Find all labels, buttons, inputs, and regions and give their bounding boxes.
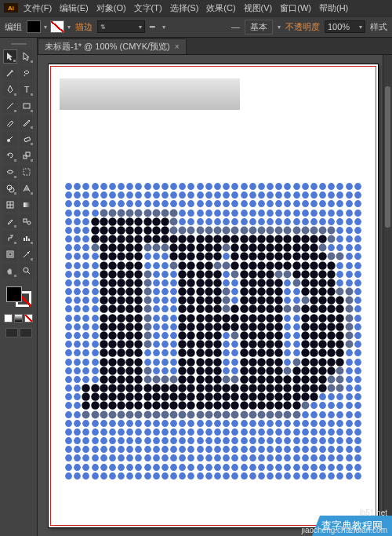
svg-point-15 bbox=[27, 221, 31, 224]
rotate-tool[interactable] bbox=[3, 148, 17, 162]
brush-definition-icon[interactable]: ━ bbox=[150, 22, 158, 32]
pencil-tool[interactable] bbox=[20, 115, 34, 129]
menu-select[interactable]: 选择(S) bbox=[167, 1, 202, 16]
style-label: 样式 bbox=[370, 21, 387, 33]
paintbrush-tool[interactable] bbox=[3, 115, 17, 129]
pen-tool[interactable] bbox=[3, 82, 17, 97]
shape-builder-tool[interactable] bbox=[3, 181, 17, 195]
color-mode-solid[interactable] bbox=[4, 314, 13, 323]
brush-dropdown-icon[interactable]: ▾ bbox=[162, 24, 165, 31]
svg-text:T: T bbox=[24, 85, 30, 94]
watermark-sub: jiaocheng.chazidian.com bbox=[301, 526, 387, 534]
scrollbar-thumb[interactable] bbox=[385, 86, 390, 228]
svg-point-10 bbox=[7, 185, 12, 190]
stroke-weight-input[interactable]: ⇅ ▾ bbox=[97, 20, 145, 33]
screen-mode-normal[interactable] bbox=[5, 328, 18, 337]
stroke-swatch[interactable] bbox=[50, 20, 64, 33]
column-graph-tool[interactable] bbox=[20, 231, 34, 245]
document-tab-title: 未标题-1* @ 100% (CMYK/预览) bbox=[45, 41, 170, 53]
document-area: 未标题-1* @ 100% (CMYK/预览) × bbox=[38, 38, 392, 536]
fill-color-box[interactable] bbox=[6, 286, 22, 302]
svg-rect-6 bbox=[24, 137, 31, 142]
type-tool[interactable]: T bbox=[20, 82, 34, 97]
svg-text:Ai: Ai bbox=[8, 5, 14, 12]
watermark: jb51.net 查字典教程网 jiaocheng.chazidian.com bbox=[312, 514, 392, 536]
stroke-link-label[interactable]: 描边 bbox=[75, 21, 93, 33]
fill-stroke-swatches: ▾ ▾ bbox=[27, 20, 71, 33]
stroke-dropdown-icon[interactable]: ▾ bbox=[67, 24, 71, 31]
selection-mode-label: 编组 bbox=[5, 21, 22, 33]
blurred-placeholder bbox=[60, 78, 240, 110]
menu-effect[interactable]: 效果(C) bbox=[203, 1, 238, 16]
opacity-link-label[interactable]: 不透明度 bbox=[285, 21, 320, 33]
hand-tool[interactable] bbox=[3, 264, 17, 278]
style-dropdown-icon[interactable]: ▾ bbox=[278, 24, 281, 31]
svg-rect-17 bbox=[26, 236, 27, 241]
document-tab-bar: 未标题-1* @ 100% (CMYK/预览) × bbox=[38, 38, 392, 55]
fill-stroke-indicator[interactable] bbox=[5, 285, 33, 308]
perspective-grid-tool[interactable] bbox=[20, 181, 34, 195]
color-mode-none[interactable] bbox=[24, 314, 33, 323]
menu-object[interactable]: 对象(O) bbox=[93, 1, 129, 16]
svg-point-21 bbox=[24, 268, 28, 272]
selection-tool[interactable] bbox=[3, 49, 17, 64]
blob-brush-tool[interactable] bbox=[3, 132, 17, 146]
artboard-tool[interactable] bbox=[3, 247, 17, 261]
direct-selection-tool[interactable] bbox=[20, 49, 34, 64]
menu-edit[interactable]: 编辑(E) bbox=[56, 1, 92, 16]
stroke-weight-field[interactable] bbox=[107, 22, 137, 31]
document-tab[interactable]: 未标题-1* @ 100% (CMYK/预览) × bbox=[38, 38, 187, 54]
led-dot-artwork[interactable] bbox=[64, 182, 362, 480]
color-mode-gradient[interactable] bbox=[14, 314, 23, 323]
vertical-scrollbar[interactable] bbox=[383, 55, 392, 527]
fill-dropdown-icon[interactable]: ▾ bbox=[44, 24, 47, 31]
width-tool[interactable] bbox=[3, 165, 17, 179]
menu-file[interactable]: 文件(F) bbox=[20, 1, 55, 16]
slice-tool[interactable] bbox=[20, 247, 34, 261]
lasso-tool[interactable] bbox=[20, 66, 34, 80]
svg-rect-18 bbox=[28, 239, 30, 241]
fill-swatch[interactable] bbox=[27, 20, 41, 33]
magic-wand-tool[interactable] bbox=[3, 66, 17, 80]
graphic-style-button[interactable]: 基本 bbox=[245, 20, 273, 35]
rectangle-tool[interactable] bbox=[20, 99, 34, 113]
eraser-tool[interactable] bbox=[20, 132, 34, 146]
zoom-tool[interactable] bbox=[20, 264, 34, 278]
main-area: T bbox=[0, 38, 392, 536]
app-logo-icon: Ai bbox=[3, 2, 19, 13]
svg-rect-14 bbox=[24, 219, 27, 222]
svg-line-22 bbox=[27, 272, 30, 274]
menubar: Ai 文件(F) 编辑(E) 对象(O) 文字(T) 选择(S) 效果(C) 视… bbox=[0, 0, 392, 16]
svg-rect-4 bbox=[24, 104, 30, 108]
screen-mode-full[interactable] bbox=[20, 328, 32, 337]
control-bar: 编组 ▾ ▾ 描边 ⇅ ▾ ━ ▾ — 基本 ▾ 不透明度 ▾ 样式 bbox=[0, 16, 392, 38]
blend-tool[interactable] bbox=[20, 214, 34, 228]
dropdown-icon[interactable]: ▾ bbox=[139, 24, 142, 31]
menu-window[interactable]: 窗口(W) bbox=[277, 1, 314, 16]
dropdown-icon[interactable]: ▾ bbox=[359, 24, 362, 31]
menu-view[interactable]: 视图(V) bbox=[241, 1, 276, 16]
menu-help[interactable]: 帮助(H) bbox=[316, 1, 351, 16]
svg-rect-8 bbox=[26, 152, 30, 156]
line-segment-tool[interactable] bbox=[3, 99, 17, 113]
artboard[interactable] bbox=[49, 64, 378, 527]
eyedropper-tool[interactable] bbox=[3, 214, 17, 228]
scale-tool[interactable] bbox=[20, 148, 34, 162]
stepper-icon[interactable]: ⇅ bbox=[100, 24, 106, 31]
svg-rect-13 bbox=[24, 202, 30, 207]
mesh-tool[interactable] bbox=[3, 198, 17, 212]
toolbox-handle[interactable] bbox=[5, 41, 32, 47]
screen-mode-row bbox=[5, 328, 32, 337]
menu-type[interactable]: 文字(T) bbox=[131, 1, 165, 16]
close-tab-icon[interactable]: × bbox=[175, 42, 180, 51]
symbol-sprayer-tool[interactable] bbox=[3, 231, 17, 245]
opacity-field[interactable] bbox=[328, 22, 358, 31]
toolbox: T bbox=[0, 38, 38, 536]
svg-rect-9 bbox=[24, 169, 30, 175]
svg-rect-16 bbox=[24, 238, 25, 241]
gradient-tool[interactable] bbox=[20, 198, 34, 212]
canvas-viewport[interactable] bbox=[38, 55, 392, 536]
free-transform-tool[interactable] bbox=[20, 165, 34, 179]
opacity-input[interactable]: ▾ bbox=[325, 20, 365, 33]
svg-rect-12 bbox=[7, 202, 13, 208]
